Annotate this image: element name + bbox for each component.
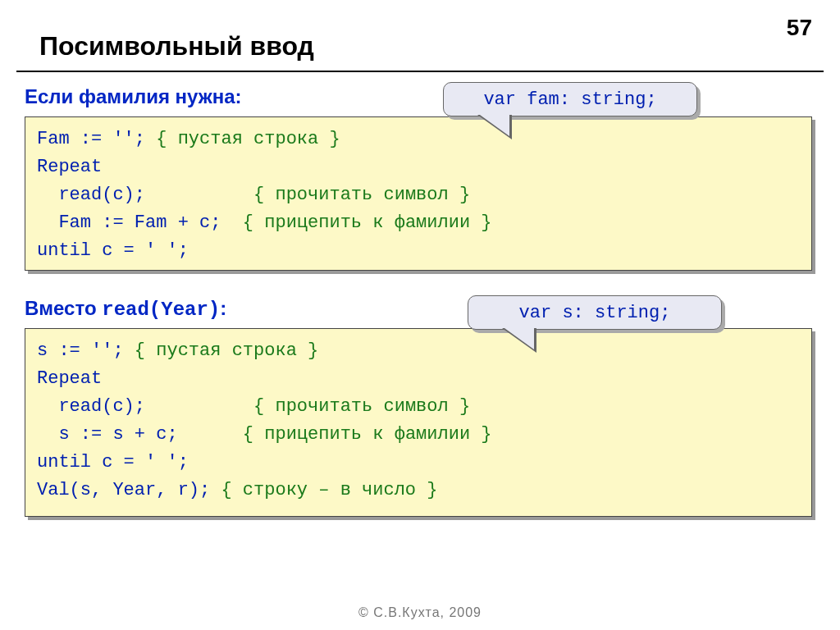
- code-line: until c = ' ';: [37, 449, 800, 477]
- code-text: read(c);: [37, 396, 253, 417]
- page-title: Посимвольный ввод: [39, 31, 314, 62]
- code-text: s := '';: [37, 340, 135, 361]
- code-comment: { прицепить к фамилии }: [243, 424, 492, 445]
- heading-mono: read(Year): [102, 299, 220, 321]
- code-line: Val(s, Year, r); { строку – в число }: [37, 477, 800, 504]
- title-rule: [16, 71, 824, 72]
- code-comment: { прочитать символ }: [253, 396, 470, 417]
- code-line: Fam := ''; { пустая строка }: [37, 126, 800, 153]
- code-comment: { прочитать символ }: [253, 185, 470, 205]
- code-block-2: s := ''; { пустая строка } Repeat read(c…: [25, 328, 812, 517]
- code-text: s := s + c;: [37, 424, 243, 445]
- code-text: Fam := '';: [37, 129, 156, 149]
- heading-text: :: [220, 297, 226, 319]
- code-line: s := ''; { пустая строка }: [37, 337, 800, 365]
- section1-heading: Если фамилия нужна:: [25, 85, 242, 108]
- code-text: Fam := Fam + c;: [37, 212, 243, 233]
- code-line: s := s + c; { прицепить к фамилии }: [37, 421, 800, 449]
- code-text: read(c);: [37, 185, 253, 205]
- code-comment: { прицепить к фамилии }: [243, 212, 492, 233]
- section2-heading: Вместо read(Year):: [25, 297, 226, 321]
- page-number: 57: [787, 15, 812, 41]
- footer-copyright: © С.В.Кухта, 2009: [0, 605, 840, 620]
- callout-var-s: var s: string;: [468, 295, 722, 330]
- code-text: Val(s, Year, r);: [37, 480, 221, 500]
- callout1-tail-fill: [480, 115, 509, 136]
- code-line: Repeat: [37, 153, 800, 181]
- code-line: Repeat: [37, 365, 800, 393]
- code-line: read(c); { прочитать символ }: [37, 393, 800, 421]
- code-line: until c = ' ';: [37, 237, 800, 265]
- code-block-1: Fam := ''; { пустая строка } Repeat read…: [25, 116, 812, 271]
- code-comment: { пустая строка }: [135, 340, 318, 361]
- code-comment: { пустая строка }: [156, 129, 340, 149]
- callout2-tail-fill: [504, 328, 534, 349]
- code-line: read(c); { прочитать символ }: [37, 181, 800, 209]
- callout-var-fam: var fam: string;: [443, 82, 697, 116]
- heading-text: Вместо: [25, 297, 102, 319]
- code-comment: { строку – в число }: [221, 480, 437, 500]
- code-line: Fam := Fam + c; { прицепить к фамилии }: [37, 209, 800, 237]
